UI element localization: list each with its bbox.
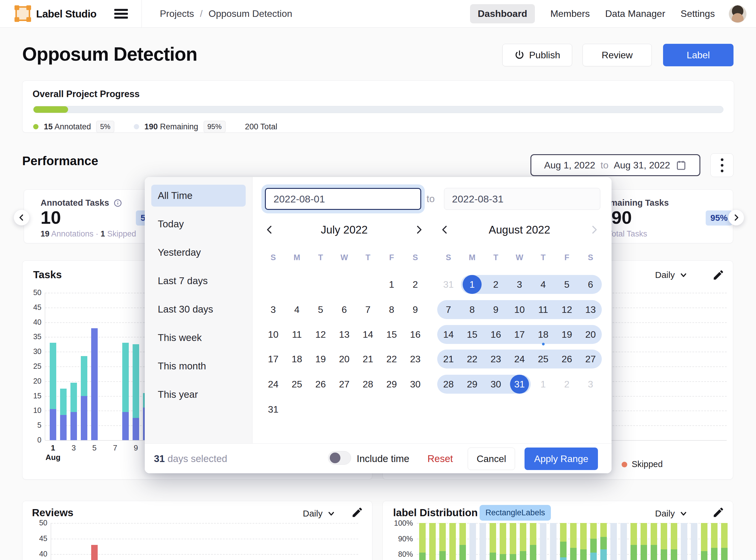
day-august-2022-2[interactable]: 2 [484, 272, 508, 297]
day-july-2022-8[interactable]: 8 [380, 297, 403, 322]
day-july-2022-16[interactable]: 16 [403, 322, 427, 347]
preset-last-7-days[interactable]: Last 7 days [145, 267, 252, 295]
day-july-2022-23[interactable]: 23 [403, 346, 427, 372]
day-august-2022-1[interactable]: 1 [460, 272, 484, 297]
preset-yesterday[interactable]: Yesterday [145, 238, 252, 267]
day-august-2022-23[interactable]: 23 [484, 346, 508, 372]
cancel-button[interactable]: Cancel [468, 447, 515, 470]
day-august-2022-11[interactable]: 11 [531, 297, 555, 322]
user-avatar[interactable] [729, 5, 747, 23]
day-july-2022-7[interactable]: 7 [356, 297, 380, 322]
day-august-2022-24[interactable]: 24 [508, 346, 531, 372]
day-july-2022-9[interactable]: 9 [403, 297, 427, 322]
day-august-2022-15[interactable]: 15 [460, 322, 484, 347]
label-distribution-edit-icon[interactable] [712, 506, 724, 519]
day-august-2022-13[interactable]: 13 [579, 297, 602, 322]
preset-today[interactable]: Today [145, 210, 252, 238]
preset-this-month[interactable]: This month [145, 352, 252, 380]
preset-this-year[interactable]: This year [145, 380, 252, 409]
apply-range-button[interactable]: Apply Range [524, 447, 598, 470]
next-month-icon-august-2022[interactable] [588, 223, 601, 236]
day-july-2022-2[interactable]: 2 [403, 272, 427, 297]
day-august-2022-29[interactable]: 29 [460, 372, 484, 397]
day-august-2022-27[interactable]: 27 [579, 346, 602, 372]
day-july-2022-10[interactable]: 10 [261, 322, 285, 347]
day-july-2022-28[interactable]: 28 [356, 372, 380, 397]
nav-item-dashboard[interactable]: Dashboard [470, 4, 535, 23]
day-august-2022-22[interactable]: 22 [460, 346, 484, 372]
include-time-toggle[interactable] [328, 451, 351, 465]
day-august-2022-9[interactable]: 9 [484, 297, 508, 322]
day-july-2022-24[interactable]: 24 [261, 372, 285, 397]
day-july-2022-1[interactable]: 1 [380, 272, 403, 297]
day-july-2022-3[interactable]: 3 [261, 297, 285, 322]
performance-menu-button[interactable] [711, 153, 734, 177]
day-august-2022-6[interactable]: 6 [579, 272, 602, 297]
review-button[interactable]: Review [582, 44, 652, 66]
next-month-icon-july-2022[interactable] [412, 223, 425, 236]
day-august-2022-21[interactable]: 21 [437, 346, 460, 372]
day-july-2022-30[interactable]: 30 [403, 372, 427, 397]
day-july-2022-21[interactable]: 21 [356, 346, 380, 372]
publish-button[interactable]: Publish [502, 44, 572, 66]
date-range-button[interactable]: Aug 1, 2022 to Aug 31, 2022 [531, 154, 700, 176]
day-july-2022-20[interactable]: 20 [333, 346, 356, 372]
prev-month-icon-august-2022[interactable] [438, 223, 452, 236]
day-august-2022-5[interactable]: 5 [555, 272, 579, 297]
day-july-2022-5[interactable]: 5 [309, 297, 333, 322]
preset-this-week[interactable]: This week [145, 323, 252, 352]
day-august-2022-8[interactable]: 8 [460, 297, 484, 322]
reviews-period-dropdown[interactable]: Daily [303, 508, 336, 519]
day-july-2022-31[interactable]: 31 [261, 397, 285, 422]
daily-tasks-period-dropdown[interactable]: Daily [655, 270, 688, 280]
day-july-2022-13[interactable]: 13 [333, 322, 356, 347]
label-distribution-period-dropdown[interactable]: Daily [655, 508, 688, 519]
preset-all-time[interactable]: All Time [145, 181, 252, 210]
carousel-next-button[interactable] [728, 209, 744, 225]
day-august-2022-30[interactable]: 30 [484, 372, 508, 397]
label-button[interactable]: Label [663, 44, 734, 66]
day-august-2022-31[interactable]: 31 [437, 272, 460, 297]
day-august-2022-10[interactable]: 10 [508, 297, 531, 322]
day-july-2022-18[interactable]: 18 [285, 346, 309, 372]
day-august-2022-14[interactable]: 14 [437, 322, 460, 347]
day-august-2022-12[interactable]: 12 [555, 297, 579, 322]
day-august-2022-19[interactable]: 19 [555, 322, 579, 347]
day-august-2022-20[interactable]: 20 [579, 322, 602, 347]
day-august-2022-3[interactable]: 3 [508, 272, 531, 297]
day-august-2022-25[interactable]: 25 [531, 346, 555, 372]
day-july-2022-25[interactable]: 25 [285, 372, 309, 397]
info-icon[interactable] [113, 199, 122, 207]
day-july-2022-19[interactable]: 19 [309, 346, 333, 372]
carousel-prev-button[interactable] [14, 209, 29, 225]
day-august-2022-1[interactable]: 1 [531, 372, 555, 397]
preset-last-30-days[interactable]: Last 30 days [145, 295, 252, 323]
breadcrumb-projects[interactable]: Projects [160, 8, 194, 19]
day-august-2022-31[interactable]: 31 [508, 372, 531, 397]
day-august-2022-16[interactable]: 16 [484, 322, 508, 347]
reset-button[interactable]: Reset [427, 453, 453, 464]
nav-item-settings[interactable]: Settings [680, 8, 715, 19]
day-august-2022-7[interactable]: 7 [437, 297, 460, 322]
day-july-2022-15[interactable]: 15 [380, 322, 403, 347]
hamburger-menu-icon[interactable] [114, 9, 128, 19]
day-july-2022-4[interactable]: 4 [285, 297, 309, 322]
day-july-2022-29[interactable]: 29 [380, 372, 403, 397]
day-july-2022-26[interactable]: 26 [309, 372, 333, 397]
start-date-input[interactable] [265, 188, 421, 210]
day-august-2022-26[interactable]: 26 [555, 346, 579, 372]
prev-month-icon-july-2022[interactable] [263, 223, 276, 236]
day-august-2022-4[interactable]: 4 [531, 272, 555, 297]
end-date-input[interactable] [444, 188, 600, 210]
day-august-2022-3[interactable]: 3 [579, 372, 602, 397]
day-july-2022-27[interactable]: 27 [333, 372, 356, 397]
day-july-2022-22[interactable]: 22 [380, 346, 403, 372]
day-august-2022-28[interactable]: 28 [437, 372, 460, 397]
reviews-edit-icon[interactable] [351, 506, 363, 519]
nav-item-data-manager[interactable]: Data Manager [605, 8, 665, 19]
nav-item-members[interactable]: Members [550, 8, 590, 19]
day-july-2022-12[interactable]: 12 [309, 322, 333, 347]
day-august-2022-17[interactable]: 17 [508, 322, 531, 347]
daily-tasks-edit-icon[interactable] [712, 269, 724, 281]
day-july-2022-11[interactable]: 11 [285, 322, 309, 347]
